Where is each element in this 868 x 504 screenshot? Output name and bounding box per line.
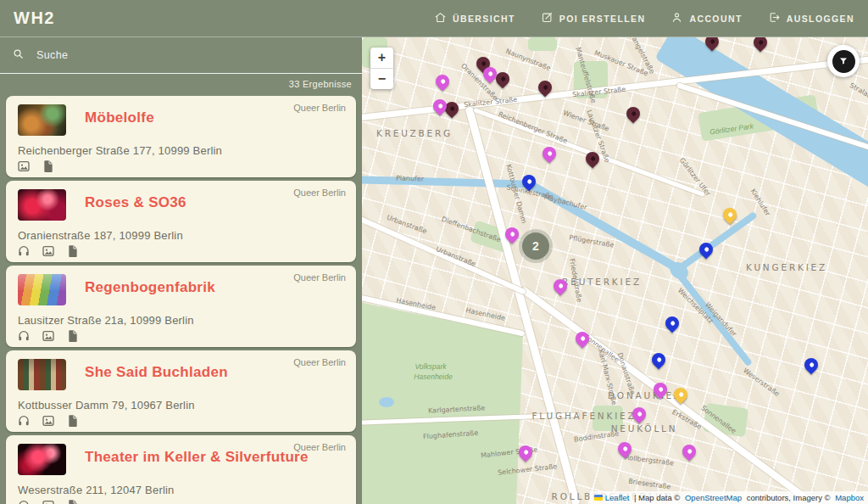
search-row — [0, 37, 362, 74]
district-label: NEUKÖLLN — [611, 423, 678, 434]
card-thumbnail — [18, 189, 66, 221]
image-icon — [42, 244, 55, 258]
card-category: Queer Berlin — [293, 272, 346, 283]
nav-label: POI ERSTELLEN — [559, 14, 646, 24]
street-label: Reichenberger Straße — [497, 110, 568, 145]
card-title[interactable]: She Said Buchladen — [85, 364, 228, 381]
street-label: Naunynstraße — [504, 48, 552, 72]
park-small — [528, 37, 557, 51]
document-icon — [66, 329, 80, 343]
map-marker-blue[interactable] — [663, 314, 682, 333]
edit-icon — [541, 11, 554, 25]
card-title[interactable]: Regenbogenfabrik — [85, 279, 215, 296]
search-input[interactable] — [35, 48, 350, 62]
attribution-text: | Map data © — [632, 493, 682, 502]
zoom-out-button[interactable]: − — [370, 69, 393, 89]
results-count: 33 Ergebnisse — [0, 74, 362, 95]
top-navbar: WH2 ÜBERSICHT POI ERSTELLEN ACCOUNT AUSL… — [0, 0, 868, 37]
nav-item-account[interactable]: ACCOUNT — [670, 11, 742, 25]
nav-items: ÜBERSICHT POI ERSTELLEN ACCOUNT AUSLOGGE… — [434, 11, 854, 25]
app-logo[interactable]: WH2 — [14, 8, 55, 28]
street-label: Weserstraße — [742, 367, 781, 398]
district-label: FLUGHAFENKIEZ — [531, 411, 636, 421]
document-icon — [66, 499, 80, 504]
nav-label: ÜBERSICHT — [453, 14, 515, 24]
audio-icon — [17, 499, 31, 504]
map-marker-maroon[interactable] — [624, 104, 643, 124]
app-root: WH2 ÜBERSICHT POI ERSTELLEN ACCOUNT AUSL… — [0, 0, 868, 504]
card-title[interactable]: Möbelolfe — [85, 109, 154, 126]
leaflet-link[interactable]: Leaflet — [605, 493, 630, 502]
ukraine-flag-icon — [594, 495, 603, 501]
card-thumbnail — [18, 359, 66, 390]
poi-card[interactable]: Queer BerlinMöbelolfeReichenberger Straß… — [6, 96, 356, 177]
document-icon — [66, 414, 80, 428]
logout-icon — [768, 11, 781, 25]
card-thumbnail — [18, 444, 66, 475]
street-label: Briesestraße — [628, 478, 671, 491]
image-icon — [17, 160, 31, 173]
poi-card-list: Queer BerlinMöbelolfeReichenberger Straß… — [0, 96, 362, 504]
map-marker-yellow[interactable] — [721, 205, 740, 225]
card-address: Lausitzer Straße 21a, 10999 Berlin — [18, 314, 194, 327]
marker-cluster[interactable]: 2 — [522, 232, 549, 260]
district-label: DONAUKIEZ — [608, 390, 682, 400]
home-icon — [434, 11, 447, 25]
osm-link[interactable]: OpenStreetMap — [685, 493, 742, 502]
image-icon — [42, 414, 55, 428]
street-label: Stralauer Allee — [849, 81, 868, 113]
audio-icon — [17, 414, 31, 428]
card-address: Reichenberger Straße 177, 10999 Berlin — [18, 144, 222, 157]
card-icons — [17, 499, 80, 504]
card-icons — [17, 329, 80, 343]
nav-label: ACCOUNT — [689, 14, 742, 24]
poi-card[interactable]: Queer BerlinShe Said BuchladenKottbusser… — [6, 350, 356, 432]
district-label: KUNGERKIEZ — [746, 262, 827, 272]
filter-button[interactable] — [827, 45, 860, 77]
card-icons — [17, 414, 80, 428]
nav-item-ausloggen[interactable]: AUSLOGGEN — [768, 11, 854, 25]
card-address: Weserstraße 211, 12047 Berlin — [18, 484, 175, 496]
map-marker-magenta[interactable] — [680, 442, 699, 462]
street-label: Planufer — [396, 174, 424, 182]
map-marker-blue[interactable] — [649, 350, 669, 370]
zoom-in-button[interactable]: + — [370, 48, 393, 69]
mapbox-link[interactable]: Mapbox — [835, 493, 864, 502]
poi-card[interactable]: Queer BerlinRoses & SO36Oranienstraße 18… — [6, 181, 356, 262]
image-icon — [42, 329, 55, 343]
card-title[interactable]: Theater im Keller & Silverfuture — [85, 449, 309, 466]
card-category: Queer Berlin — [293, 188, 346, 198]
park-label: Hasenheide — [414, 372, 452, 381]
zoom-control: + − — [370, 48, 393, 89]
audio-icon — [17, 329, 31, 343]
poi-card[interactable]: Queer BerlinTheater im Keller & Silverfu… — [6, 435, 356, 504]
street-label: Rollbergstraße — [625, 453, 675, 467]
park-label: Volkspark — [415, 362, 446, 371]
district-label: KREUZBERG — [376, 128, 453, 138]
sidebar: 33 Ergebnisse Queer BerlinMöbelolfeReich… — [0, 37, 362, 504]
street-label: Pflügerstraße — [569, 233, 615, 249]
card-address: Kottbusser Damm 79, 10967 Berlin — [18, 399, 195, 412]
map-marker-magenta[interactable] — [540, 144, 559, 164]
card-thumbnail — [18, 104, 66, 136]
nav-item-poi-erstellen[interactable]: POI ERSTELLEN — [541, 11, 646, 25]
card-icons — [17, 160, 55, 173]
map-marker-maroon[interactable] — [751, 37, 771, 52]
card-title[interactable]: Roses & SO36 — [85, 194, 186, 211]
card-thumbnail — [18, 274, 66, 305]
map-marker-magenta[interactable] — [433, 72, 453, 92]
map-marker-blue[interactable] — [802, 356, 821, 375]
audio-icon — [17, 244, 31, 258]
water-pond — [379, 397, 394, 407]
card-icons — [17, 244, 80, 258]
map-canvas[interactable]: Skalitzer StraßeSkalitzer StraßeOraniens… — [362, 37, 868, 504]
nav-item-uebersicht[interactable]: ÜBERSICHT — [434, 11, 515, 25]
document-icon — [42, 160, 55, 173]
document-icon — [66, 244, 80, 258]
map-attribution: Leaflet | Map data © OpenStreetMap contr… — [590, 491, 868, 504]
funnel-icon — [832, 50, 855, 73]
image-icon — [42, 499, 55, 504]
card-address: Oranienstraße 187, 10999 Berlin — [18, 229, 183, 242]
user-icon — [670, 11, 683, 25]
poi-card[interactable]: Queer BerlinRegenbogenfabrikLausitzer St… — [6, 266, 356, 347]
